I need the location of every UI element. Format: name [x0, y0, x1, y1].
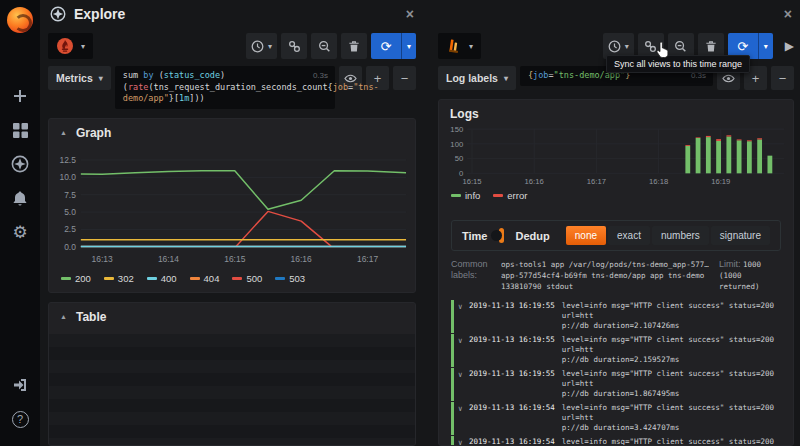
legend-label: 404 [204, 273, 220, 284]
legend-item-info[interactable]: info [451, 190, 480, 201]
metrics-selector-label: Metrics [56, 72, 93, 84]
legend-label: 503 [289, 273, 305, 284]
table-panel-header[interactable]: ▲ Table [49, 303, 415, 328]
dedup-option-numbers[interactable]: numbers [652, 226, 709, 245]
chevron-down-icon[interactable]: ∨ [458, 403, 469, 433]
remove-query-button[interactable]: − [393, 66, 416, 90]
chevron-down-icon[interactable]: ∨ [458, 437, 469, 445]
link-icon [288, 40, 301, 53]
legend-item-error[interactable]: error [493, 190, 527, 201]
dedup-option-signature[interactable]: signature [711, 226, 770, 245]
log-row[interactable]: ∨2019-11-13 16:19:55level=info msg="HTTP… [451, 368, 791, 401]
zoom-out-button[interactable] [311, 33, 337, 59]
log-labels-selector[interactable]: Log labels ▾ [438, 66, 516, 90]
log-row[interactable]: ∨2019-11-13 16:19:54level=info msg="HTTP… [451, 402, 791, 435]
metrics-line-chart[interactable]: 0.02.55.07.510.012.516:1316:1416:1516:16… [49, 144, 415, 272]
logs-meta: Common labels: ops-tools1 app /var/log/p… [451, 259, 781, 292]
graph-panel-title: Graph [76, 126, 111, 140]
alerting-bell-icon[interactable] [8, 186, 32, 210]
legend-item-500[interactable]: 500 [232, 273, 262, 284]
legend-swatch [147, 277, 157, 280]
chevron-down-icon: ▾ [764, 42, 768, 51]
legend-item-400[interactable]: 400 [147, 273, 177, 284]
log-volume-bar-chart[interactable]: 05010015016:1516:1616:1716:1816:19 [439, 125, 793, 189]
datasource-picker-prometheus[interactable]: ▾ [48, 33, 93, 59]
logs-panel-title: Logs [450, 107, 479, 121]
left-pane-header: Explore × [48, 0, 416, 28]
legend-swatch [232, 277, 242, 280]
logs-controls: Time Dedup noneexactnumberssignature [451, 220, 781, 251]
dedup-option-exact[interactable]: exact [608, 226, 650, 245]
eye-icon [722, 74, 735, 83]
close-right-pane-button[interactable]: × [784, 7, 792, 21]
log-row[interactable]: ∨2019-11-13 16:19:55level=info msg="HTTP… [451, 300, 791, 333]
refresh-interval-dropdown[interactable]: ▾ [401, 33, 416, 59]
page-title: Explore [74, 6, 125, 22]
svg-text:16:14: 16:14 [158, 253, 179, 263]
svg-text:16:16: 16:16 [525, 177, 544, 186]
collapse-icon: ▲ [60, 313, 67, 320]
chevron-down-icon[interactable]: ∨ [458, 301, 469, 331]
svg-text:150: 150 [450, 125, 463, 134]
configuration-gear-icon[interactable]: ⚙ [8, 220, 32, 244]
promql-query-input[interactable]: 0.3s sum by (status_code)(rate(tns_reque… [115, 66, 335, 109]
refresh-button[interactable]: ⟳ [371, 33, 401, 59]
svg-text:50: 50 [455, 154, 464, 163]
legend-swatch [190, 277, 200, 280]
time-toggle[interactable] [499, 228, 503, 243]
explore-compass-icon[interactable] [8, 152, 32, 176]
side-nav: ⚙ ? [0, 0, 40, 446]
close-left-pane-button[interactable]: × [406, 7, 414, 21]
chevron-down-icon: ▾ [81, 42, 85, 51]
chevron-down-icon: ▾ [268, 42, 272, 51]
grafana-logo-icon[interactable] [7, 7, 33, 33]
plus-icon: + [752, 71, 760, 86]
remove-query-button[interactable]: − [771, 66, 794, 90]
logs-panel-header: Logs [439, 100, 793, 125]
log-message: level=info msg="HTTP client success" sta… [562, 403, 791, 433]
legend-item-302[interactable]: 302 [104, 273, 134, 284]
time-picker-button[interactable]: ▾ [246, 33, 277, 59]
graph-panel-header[interactable]: ▲ Graph [49, 119, 415, 144]
help-icon[interactable]: ? [8, 407, 32, 431]
query-duration-label: 0.3s [313, 70, 328, 82]
chevron-down-icon[interactable]: ∨ [458, 369, 469, 399]
svg-text:7.5: 7.5 [64, 189, 76, 199]
legend-item-503[interactable]: 503 [275, 273, 305, 284]
legend-swatch [451, 194, 461, 197]
clear-all-button[interactable] [341, 33, 367, 59]
chevron-down-icon: ▾ [407, 42, 411, 51]
metrics-selector[interactable]: Metrics ▾ [48, 66, 111, 90]
legend-label: error [507, 190, 527, 201]
minus-icon: − [779, 71, 787, 86]
dedup-option-none[interactable]: none [566, 226, 606, 245]
chevron-down-icon[interactable]: ∨ [458, 335, 469, 365]
legend-swatch [61, 277, 71, 280]
table-panel-title: Table [76, 310, 106, 324]
datasource-picker-loki[interactable]: ▾ [438, 33, 481, 59]
log-row[interactable]: ∨2019-11-13 16:19:55level=info msg="HTTP… [451, 334, 791, 367]
log-timestamp: 2019-11-13 16:19:54 [469, 437, 555, 445]
loki-icon [446, 38, 462, 54]
table-empty-rows [49, 334, 415, 446]
legend-item-200[interactable]: 200 [61, 273, 91, 284]
svg-text:12.5: 12.5 [59, 154, 76, 164]
legend-item-404[interactable]: 404 [190, 273, 220, 284]
chevron-down-icon: ▾ [625, 42, 629, 51]
line-chart-svg: 0.02.55.07.510.012.516:1316:1416:1516:16… [53, 144, 411, 272]
legend-swatch [275, 277, 285, 280]
add-icon[interactable] [8, 84, 32, 108]
dashboards-icon[interactable] [8, 118, 32, 142]
left-query-row: Metrics ▾ 0.3s sum by (status_code)(rate… [48, 66, 416, 109]
log-timestamp: 2019-11-13 16:19:55 [469, 301, 555, 331]
svg-text:16:18: 16:18 [649, 177, 668, 186]
log-timestamp: 2019-11-13 16:19:54 [469, 403, 555, 433]
refresh-interval-dropdown[interactable]: ▾ [758, 33, 773, 59]
dedup-label: Dedup [516, 230, 550, 242]
legend-label: 302 [118, 273, 134, 284]
log-row[interactable]: ∨2019-11-13 16:19:54level=info msg="HTTP… [451, 436, 791, 445]
sync-time-link-button[interactable] [281, 33, 307, 59]
run-query-button[interactable]: ▶ [785, 39, 794, 53]
sign-in-icon[interactable] [8, 373, 32, 397]
limit-info: Limit: 1000 (1000 returned) [719, 259, 781, 292]
